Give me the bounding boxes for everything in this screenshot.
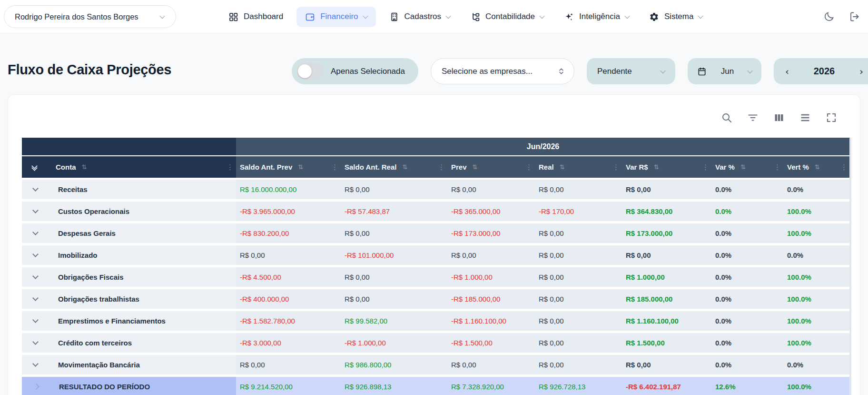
cell-real: R$ 0,00 [535, 180, 622, 199]
chevron-down-icon [747, 68, 752, 73]
chevron-down-icon [624, 13, 630, 19]
sort-icon[interactable]: ⇅ [560, 163, 565, 171]
chevron-down-icon[interactable] [32, 361, 39, 367]
nav-item-inteligencia[interactable]: Inteligência [557, 7, 636, 27]
column-menu-icon[interactable]: ⋮ [774, 163, 781, 172]
selected-only-toggle[interactable]: Apenas Selecionada [292, 58, 418, 84]
nav-item-cadastros[interactable]: Cadastros [383, 7, 457, 27]
chevron-down-icon[interactable] [32, 251, 39, 257]
moon-icon[interactable] [823, 11, 835, 22]
sort-icon[interactable]: ⇅ [740, 163, 746, 171]
sort-icon[interactable]: ⇅ [815, 163, 820, 171]
status-select[interactable]: Pendente [587, 58, 675, 84]
chevron-right-icon[interactable] [33, 384, 39, 390]
column-header-conta[interactable]: Conta ⇅ ⋮ [22, 156, 236, 178]
topbar-right [823, 0, 860, 33]
column-header-prev[interactable]: Prev ⇅ ⋮ [447, 156, 535, 178]
expand-all-icon[interactable] [32, 164, 37, 170]
main-nav: Dashboard Financeiro Cadastros Contabili… [222, 0, 709, 33]
columns-icon[interactable] [773, 112, 785, 123]
cell-prev: R$ 0,00 [447, 180, 535, 199]
cell-vert_pct: 0.0% [783, 245, 850, 265]
column-menu-icon[interactable]: ⋮ [525, 163, 533, 172]
year-prev-button[interactable]: ‹ [785, 67, 789, 76]
cell-real: R$ 0,00 [535, 245, 622, 265]
month-select[interactable]: Jun [688, 58, 761, 84]
sort-icon[interactable]: ⇅ [82, 163, 87, 171]
nav-item-dashboard[interactable]: Dashboard [222, 7, 290, 27]
chevron-down-icon[interactable] [32, 295, 39, 301]
year-next-button[interactable]: › [859, 67, 863, 76]
table-column-headers: Conta ⇅ ⋮ Saldo Ant. Prev ⇅ ⋮ Saldo Ant.… [22, 156, 850, 178]
chevron-down-icon[interactable] [32, 317, 39, 323]
row-label: Obrigações trabalhistas [58, 295, 139, 303]
chevron-down-icon [159, 13, 165, 19]
calendar-icon [697, 67, 707, 76]
row-label: Custos Operacionais [58, 207, 129, 215]
search-icon[interactable] [721, 112, 732, 123]
user-selector[interactable]: Rodrigo Pereira dos Santos Borges [4, 5, 176, 28]
column-header-saldo-ant-prev[interactable]: Saldo Ant. Prev ⇅ ⋮ [236, 156, 341, 178]
row-label: RESULTADO DO PERÍODO [59, 383, 150, 391]
cell-vert_pct: 100.0% [783, 377, 850, 395]
cell-saldo_ant_real: R$ 926.898,13 [341, 377, 447, 395]
nav-item-contabilidade[interactable]: Contabilidade [464, 7, 551, 27]
sort-icon[interactable]: ⇅ [298, 163, 303, 171]
logout-icon[interactable] [849, 11, 860, 22]
row-conta-cell: Custos Operacionais [22, 202, 236, 221]
column-menu-icon[interactable]: ⋮ [227, 163, 234, 172]
chevron-down-icon[interactable] [32, 185, 39, 192]
user-selector-value: Rodrigo Pereira dos Santos Borges [15, 12, 138, 21]
chevron-down-icon [445, 13, 451, 19]
page-title: Fluxo de Caixa Projeções [8, 62, 171, 78]
cell-prev: R$ 0,00 [447, 355, 535, 375]
cell-var_rs: R$ 1.500,00 [622, 333, 711, 353]
cell-var_pct: 0.0% [711, 289, 783, 309]
cell-prev: R$ 7.328.920,00 [447, 377, 535, 395]
chevron-down-icon[interactable] [32, 229, 39, 235]
column-header-var-rs[interactable]: Var R$ ⇅ ⋮ [622, 156, 711, 178]
cell-saldo_ant_prev: R$ 16.000.000,00 [236, 180, 341, 199]
toggle-track[interactable] [296, 63, 324, 80]
density-icon[interactable] [799, 112, 811, 123]
fullscreen-icon[interactable] [826, 112, 837, 123]
column-menu-icon[interactable]: ⋮ [702, 163, 709, 172]
cell-var_pct: 0.0% [711, 333, 783, 353]
vertical-scrollbar[interactable] [849, 138, 851, 395]
column-menu-icon[interactable]: ⋮ [840, 163, 848, 172]
cell-vert_pct: 0.0% [783, 180, 850, 199]
sort-icon[interactable]: ⇅ [473, 163, 478, 171]
sort-icon[interactable]: ⇅ [402, 163, 407, 171]
chevron-down-icon[interactable] [32, 207, 39, 213]
column-menu-icon[interactable]: ⋮ [331, 163, 338, 172]
cell-var_rs: R$ 364.830,00 [622, 202, 711, 221]
chevron-down-icon[interactable] [32, 273, 39, 279]
cell-saldo_ant_real: R$ 0,00 [341, 180, 447, 199]
sort-icon[interactable]: ⇅ [654, 163, 659, 171]
nav-label: Inteligência [579, 12, 620, 21]
column-menu-icon[interactable]: ⋮ [612, 163, 620, 172]
cell-saldo_ant_prev: -R$ 1.582.780,00 [236, 311, 341, 331]
tree-icon [470, 12, 480, 22]
cell-saldo_ant_prev: R$ 9.214.520,00 [236, 377, 341, 395]
chevron-down-icon[interactable] [32, 339, 39, 345]
nav-item-financeiro[interactable]: Financeiro [296, 7, 375, 27]
column-label: Var R$ [626, 163, 648, 171]
column-header-var-pct[interactable]: Var % ⇅ ⋮ [711, 156, 783, 178]
filter-icon[interactable] [747, 112, 759, 123]
unfold-icon [557, 67, 565, 75]
column-menu-icon[interactable]: ⋮ [438, 163, 445, 172]
cell-real: R$ 0,00 [535, 311, 622, 331]
row-label: Despesas Gerais [58, 229, 116, 237]
cell-real: R$ 0,00 [535, 355, 622, 375]
column-header-real[interactable]: Real ⇅ ⋮ [535, 156, 622, 178]
row-conta-cell: Imobilizado [22, 245, 236, 265]
cell-saldo_ant_prev: -R$ 830.200,00 [236, 223, 341, 243]
column-header-vert-pct[interactable]: Vert % ⇅ ⋮ [783, 156, 850, 178]
nav-label: Cadastros [404, 12, 441, 21]
column-header-saldo-ant-real[interactable]: Saldo Ant. Real ⇅ ⋮ [341, 156, 447, 178]
cell-var_rs: R$ 173.000,00 [622, 223, 711, 243]
company-select[interactable]: Selecione as empresas... [431, 58, 574, 84]
nav-item-sistema[interactable]: Sistema [642, 7, 709, 27]
sparkles-icon [564, 12, 574, 22]
